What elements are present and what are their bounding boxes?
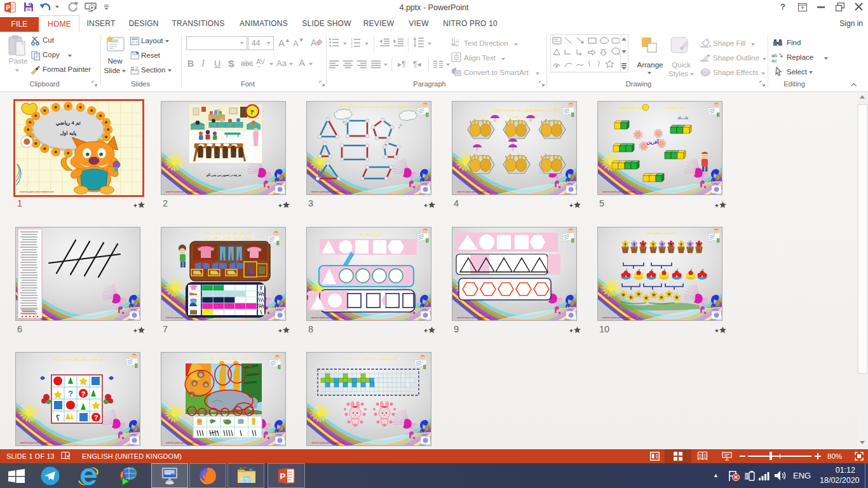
svg-text:حيوانات جنگل را بشمار و علامت: حيوانات جنگل را بشمار و علامت بزن: [201, 356, 249, 360]
svg-text:A: A: [456, 38, 459, 44]
svg-text:الگوی هارمونی را به همان ترتيب: الگوی هارمونی را به همان ترتيب ادامه بده: [343, 356, 398, 361]
svg-text:3: 3: [351, 44, 353, 48]
svg-text:ac: ac: [771, 58, 776, 62]
svg-text:?: ?: [94, 414, 98, 421]
svg-text:به جای علامت سوال شکل مناسب را: به جای علامت سوال شکل مناسب را بگذار: [51, 357, 107, 362]
svg-text:لباس های داخل کمد را بشمار و م: لباس های داخل کمد را بشمار و مانند: [204, 231, 252, 235]
svg-text:با نگاه کردن به شکل ها بگو در: با نگاه کردن به شکل ها بگو در هر دسته چن…: [494, 108, 561, 112]
svg-text:چند تا کم است: چند تا کم است: [665, 105, 684, 110]
svg-text:?: ?: [68, 389, 73, 398]
svg-text:دسته های مساوی بساز: دسته های مساوی بساز: [646, 231, 677, 235]
svg-text:تم 4 رياضي: تم 4 رياضي: [56, 120, 81, 126]
svg-text:مکعب ها را بشمار: مکعب ها را بشمار: [618, 105, 643, 109]
svg-text:با چوب کبريت ها شکل هايی که می: با چوب کبريت ها شکل هايی که می بينی درست…: [339, 104, 427, 109]
svg-text:نمونه در جدول رنگ کن و علامت ب: نمونه در جدول رنگ کن و علامت بزن: [204, 236, 252, 240]
svg-text:P: P: [280, 471, 286, 481]
svg-text:آفرين: آفرين: [647, 139, 660, 146]
svg-text:P: P: [6, 4, 10, 11]
svg-text:www.free-power-point-templates: www.free-power-point-templates.com: [20, 191, 54, 193]
svg-text:هر چه در تصوير می بينی بگو: هر چه در تصوير می بينی بگو: [206, 173, 241, 177]
svg-text:پايه اول: پايه اول: [60, 130, 76, 137]
svg-text:يادآوری شکل ها: يادآوری شکل ها: [360, 233, 384, 237]
svg-text:?: ?: [81, 390, 86, 398]
svg-text:؟: ؟: [56, 414, 60, 423]
svg-text:۴: ۴: [250, 108, 254, 116]
